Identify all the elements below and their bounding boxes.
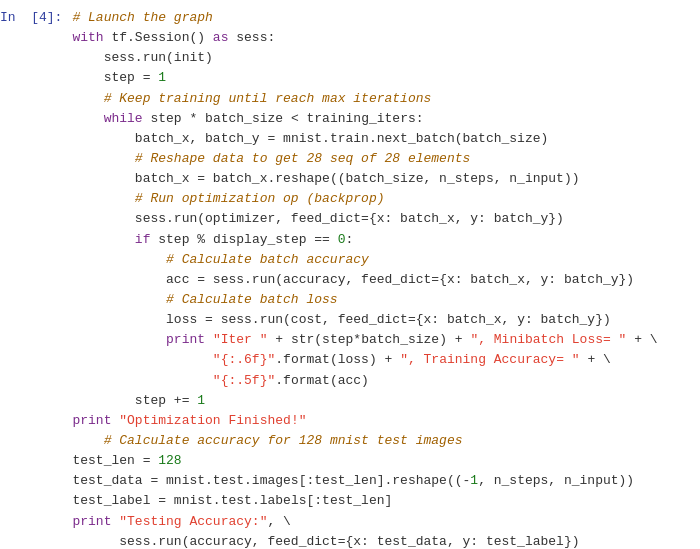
code-line: batch_x, batch_y = mnist.train.next_batc… (72, 129, 690, 149)
code-line: print "Optimization Finished!" (72, 411, 690, 431)
code-line: # Calculate batch loss (72, 290, 690, 310)
code-line: test_len = 128 (72, 451, 690, 471)
code-line: # Calculate accuracy for 128 mnist test … (72, 431, 690, 451)
code-line: print "Iter " + str(step*batch_size) + "… (72, 330, 690, 350)
code-line: # Reshape data to get 28 seq of 28 eleme… (72, 149, 690, 169)
code-line: step = 1 (72, 68, 690, 88)
code-line: test_label = mnist.test.labels[:test_len… (72, 491, 690, 511)
code-line: sess.run(init) (72, 48, 690, 68)
notebook-cell: In [4]: # Launch the graph with tf.Sessi… (0, 0, 700, 549)
code-line: batch_x = batch_x.reshape((batch_size, n… (72, 169, 690, 189)
code-line: step += 1 (72, 391, 690, 411)
code-line: # Launch the graph (72, 8, 690, 28)
code-line: while step * batch_size < training_iters… (72, 109, 690, 129)
code-line: "{:.6f}".format(loss) + ", Training Accu… (72, 350, 690, 370)
code-line: "{:.5f}".format(acc) (72, 371, 690, 391)
code-line: test_data = mnist.test.images[:test_len]… (72, 471, 690, 491)
code-line: # Keep training until reach max iteratio… (72, 89, 690, 109)
code-line: loss = sess.run(cost, feed_dict={x: batc… (72, 310, 690, 330)
cell-label: In [4]: (0, 8, 72, 549)
code-line: if step % display_step == 0: (72, 230, 690, 250)
cell-content: # Launch the graph with tf.Session() as … (72, 8, 700, 549)
code-line: # Run optimization op (backprop) (72, 189, 690, 209)
code-line: with tf.Session() as sess: (72, 28, 690, 48)
code-line: # Calculate batch accuracy (72, 250, 690, 270)
code-line: acc = sess.run(accuracy, feed_dict={x: b… (72, 270, 690, 290)
code-line: sess.run(optimizer, feed_dict={x: batch_… (72, 209, 690, 229)
code-line: print "Testing Accuracy:", \ (72, 512, 690, 532)
code-line: sess.run(accuracy, feed_dict={x: test_da… (72, 532, 690, 549)
